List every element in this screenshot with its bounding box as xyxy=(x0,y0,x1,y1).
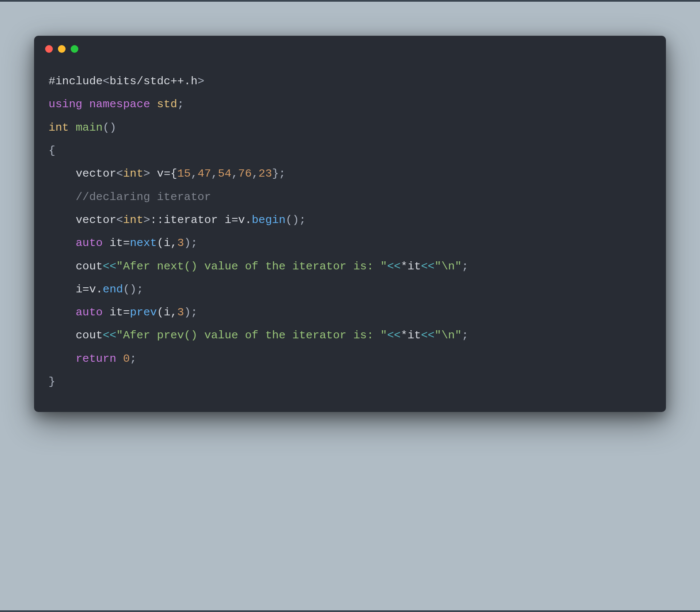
tok-path: bits/stdc++.h xyxy=(109,75,198,88)
tok-int: int xyxy=(123,214,143,226)
code-line: using namespace std; xyxy=(49,98,184,111)
tok-namespace: namespace xyxy=(89,98,150,111)
titlebar xyxy=(34,36,666,57)
tok-close: ); xyxy=(184,237,198,249)
indent xyxy=(49,214,76,226)
tok-body: i=v. xyxy=(76,283,103,296)
tok-parens: () xyxy=(103,121,116,134)
tok-string: "Afer prev() value of the iterator is: " xyxy=(116,329,387,342)
tok-comment: //declaring iterator xyxy=(76,191,211,203)
tok-num: 3 xyxy=(177,237,184,249)
code-line: auto it=next(i,3); xyxy=(49,237,198,249)
tok-semi: ; xyxy=(462,329,468,342)
zoom-icon[interactable] xyxy=(71,45,78,53)
tok-prev: prev xyxy=(130,306,157,319)
code-line: //declaring iterator xyxy=(49,191,211,203)
tok-begin: begin xyxy=(252,214,286,226)
indent xyxy=(49,191,76,203)
tok-end: }; xyxy=(272,167,286,180)
tok-lt: < xyxy=(116,214,123,226)
code-line: cout<<"Afer next() value of the iterator… xyxy=(49,260,468,273)
tok-num: 3 xyxy=(177,306,184,319)
indent xyxy=(49,237,76,249)
tok-gt: > xyxy=(143,167,150,180)
tok-comma: , xyxy=(211,167,218,180)
tok-int: int xyxy=(49,121,69,134)
tok-deref: *it xyxy=(401,329,421,342)
tok-op: << xyxy=(387,260,401,273)
tok-cout: cout xyxy=(76,260,103,273)
indent xyxy=(49,352,76,365)
tok-string: "Afer next() value of the iterator is: " xyxy=(116,260,387,273)
tok-semi: ; xyxy=(130,352,137,365)
minimize-icon[interactable] xyxy=(58,45,66,53)
tok-string: "\n" xyxy=(435,329,462,342)
tok-comma: , xyxy=(252,167,258,180)
code-line: i=v.end(); xyxy=(49,283,143,296)
tok-open: (i, xyxy=(157,237,178,249)
tok-num: 54 xyxy=(218,167,232,180)
tok-end-fn: end xyxy=(103,283,123,296)
tok-comma: , xyxy=(231,167,238,180)
tok-int: int xyxy=(123,167,143,180)
tok-op: << xyxy=(103,260,116,273)
tok-close: ); xyxy=(184,306,198,319)
tok-gt: > xyxy=(198,75,204,88)
tok-semi: ; xyxy=(462,260,468,273)
tok-num: 15 xyxy=(177,167,191,180)
tok-op: << xyxy=(421,260,435,273)
tok-it: it= xyxy=(103,306,130,319)
tok-gt: > xyxy=(143,214,150,226)
tok-lt: < xyxy=(103,75,109,88)
code-line: #include<bits/stdc++.h> xyxy=(49,75,204,88)
tok-it: it= xyxy=(103,237,130,249)
tok-num: 0 xyxy=(123,352,130,365)
code-line: int main() xyxy=(49,121,116,134)
tok-auto: auto xyxy=(76,306,103,319)
tok-deref: *it xyxy=(401,260,421,273)
tok-decl: ::iterator i=v. xyxy=(150,214,252,226)
indent xyxy=(49,260,76,273)
tok-using: using xyxy=(49,98,83,111)
tok-open: (i, xyxy=(157,306,178,319)
tok-op: << xyxy=(421,329,435,342)
tok-tail: (); xyxy=(286,214,306,226)
indent xyxy=(49,283,76,296)
tok-op: << xyxy=(103,329,116,342)
code-window: #include<bits/stdc++.h> using namespace … xyxy=(34,36,666,412)
tok-next: next xyxy=(130,237,157,249)
code-line: { xyxy=(49,144,55,157)
tok-return: return xyxy=(76,352,116,365)
tok-include: #include xyxy=(49,75,103,88)
code-line: } xyxy=(49,375,55,388)
tok-vector: vector xyxy=(76,167,116,180)
indent xyxy=(49,306,76,319)
tok-tail: (); xyxy=(123,283,143,296)
indent xyxy=(49,167,76,180)
code-line: cout<<"Afer prev() value of the iterator… xyxy=(49,329,468,342)
tok-num: 23 xyxy=(258,167,272,180)
code-block: #include<bits/stdc++.h> using namespace … xyxy=(34,57,666,412)
tok-op: << xyxy=(387,329,401,342)
tok-num: 76 xyxy=(238,167,252,180)
code-line: auto it=prev(i,3); xyxy=(49,306,198,319)
tok-lt: < xyxy=(116,167,123,180)
tok-comma: , xyxy=(191,167,198,180)
code-line: vector<int>::iterator i=v.begin(); xyxy=(49,214,306,226)
code-line: vector<int> v={15,47,54,76,23}; xyxy=(49,167,286,180)
tok-auto: auto xyxy=(76,237,103,249)
space xyxy=(116,352,123,365)
tok-string: "\n" xyxy=(435,260,462,273)
tok-cout: cout xyxy=(76,329,103,342)
tok-vector: vector xyxy=(76,214,116,226)
tok-num: 47 xyxy=(198,167,211,180)
code-line: return 0; xyxy=(49,352,137,365)
tok-assign: v={ xyxy=(150,167,178,180)
indent xyxy=(49,329,76,342)
tok-std: std xyxy=(157,98,177,111)
tok-semi: ; xyxy=(177,98,184,111)
tok-main: main xyxy=(76,121,103,134)
close-icon[interactable] xyxy=(45,45,53,53)
page-frame: #include<bits/stdc++.h> using namespace … xyxy=(0,0,700,612)
